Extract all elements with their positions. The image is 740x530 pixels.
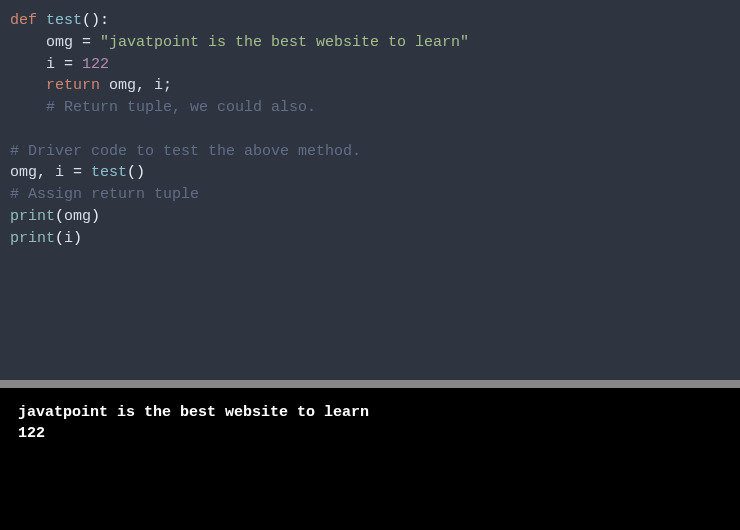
builtin-print: print <box>10 230 55 247</box>
comment: # Assign return tuple <box>10 186 199 203</box>
parentheses: (): <box>82 12 109 29</box>
comment: # Return tuple, we could also. <box>46 99 316 116</box>
operator: = <box>55 56 82 73</box>
paren-open: ( <box>55 230 64 247</box>
code-editor[interactable]: def test(): omg = "javatpoint is the bes… <box>0 0 740 380</box>
keyword-def: def <box>10 12 37 29</box>
builtin-print: print <box>10 208 55 225</box>
output-line: 122 <box>18 425 45 442</box>
paren-close: ) <box>91 208 100 225</box>
assignment: omg, i = <box>10 164 91 181</box>
panel-divider[interactable] <box>0 380 740 388</box>
paren-open: ( <box>55 208 64 225</box>
argument: i <box>64 230 73 247</box>
operator: = <box>73 34 100 51</box>
return-values: omg, i; <box>100 77 172 94</box>
number-literal: 122 <box>82 56 109 73</box>
variable: omg <box>46 34 73 51</box>
function-call: test <box>91 164 127 181</box>
parentheses: () <box>127 164 145 181</box>
paren-close: ) <box>73 230 82 247</box>
output-line: javatpoint is the best website to learn <box>18 404 369 421</box>
output-panel: javatpoint is the best website to learn … <box>0 388 740 530</box>
comment: # Driver code to test the above method. <box>10 143 361 160</box>
function-name: test <box>46 12 82 29</box>
keyword-return: return <box>46 77 100 94</box>
argument: omg <box>64 208 91 225</box>
variable: i <box>46 56 55 73</box>
string-literal: "javatpoint is the best website to learn… <box>100 34 469 51</box>
